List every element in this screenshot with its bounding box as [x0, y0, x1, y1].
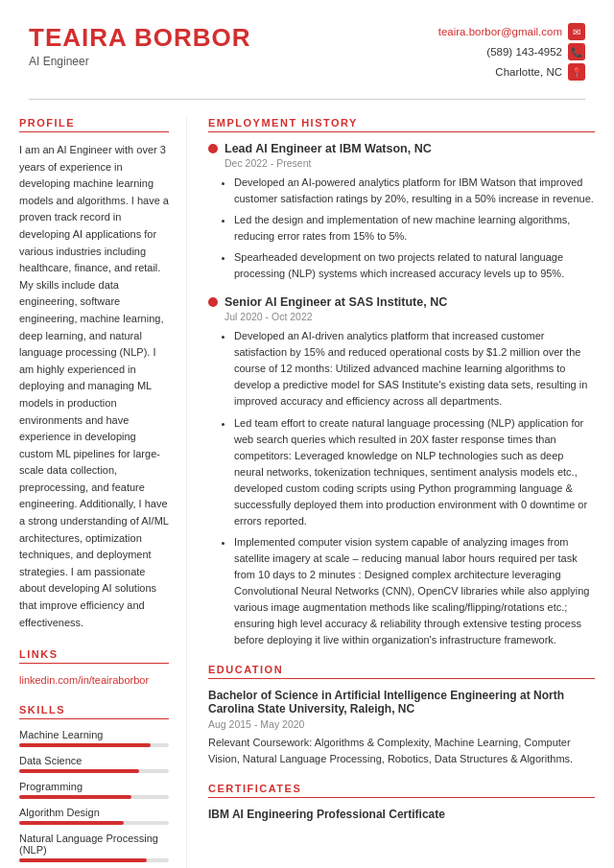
job-dates: Dec 2022 - Present: [224, 157, 595, 169]
right-column: EMPLOYMENT HISTORY Lead AI Engineer at I…: [187, 117, 614, 868]
skill-item: Natural Language Processing (NLP): [19, 833, 169, 862]
job-bullet: Implemented computer vision system capab…: [234, 534, 595, 648]
job-title-row: Lead AI Engineer at IBM Watson, NC: [208, 142, 595, 155]
job-entry: Lead AI Engineer at IBM Watson, NC Dec 2…: [208, 142, 595, 282]
certificates-section: CERTIFICATES IBM AI Engineering Professi…: [208, 783, 595, 821]
skill-bar-fill: [19, 795, 131, 799]
profile-section-title: PROFILE: [19, 117, 169, 132]
skill-item: Algorithm Design: [19, 807, 169, 825]
location-text: Charlotte, NC: [495, 66, 562, 78]
links-section-title: LINKS: [19, 648, 169, 664]
job-dot: [208, 297, 218, 307]
education-dates: Aug 2015 - May 2020: [208, 718, 595, 730]
job-title: Lead AI Engineer at IBM Watson, NC: [224, 142, 432, 155]
skill-bar-bg: [19, 821, 169, 825]
skill-name: Machine Learning: [19, 729, 169, 740]
resume-header: TEAIRA BORBOR AI Engineer teaira.borbor@…: [0, 0, 614, 99]
skill-name: Programming: [19, 781, 169, 792]
skills-section: SKILLS Machine Learning Data Science Pro…: [19, 704, 169, 868]
education-section: EDUCATION Bachelor of Science in Artific…: [208, 664, 595, 767]
linkedin-link[interactable]: linkedin.com/in/teairaborbor: [19, 674, 149, 686]
location-icon: 📍: [568, 63, 585, 81]
skill-bar-fill: [19, 769, 139, 773]
skill-bar-bg: [19, 743, 169, 747]
location-row: Charlotte, NC 📍: [438, 63, 585, 81]
job-bullets: Developed an AI-driven analytics platfor…: [224, 328, 595, 648]
job-dates: Jul 2020 - Oct 2022: [224, 311, 595, 322]
job-bullets: Developed an AI-powered analytics platfo…: [224, 175, 595, 282]
skill-bar-fill: [19, 821, 124, 825]
job-bullet: Led team effort to create natural langua…: [234, 415, 595, 529]
candidate-name: TEAIRA BORBOR: [29, 23, 251, 53]
skill-item: Data Science: [19, 755, 169, 773]
skill-name: Algorithm Design: [19, 807, 169, 818]
job-bullet: Developed an AI-powered analytics platfo…: [234, 175, 595, 207]
job-entry: Senior AI Engineer at SAS Institute, NC …: [208, 295, 595, 648]
job-bullet: Led the design and implementation of new…: [234, 212, 595, 245]
job-title-row: Senior AI Engineer at SAS Institute, NC: [208, 295, 595, 309]
skill-bar-fill: [19, 858, 147, 862]
certificates-section-title: CERTIFICATES: [208, 783, 595, 798]
skill-bar-fill: [19, 743, 151, 747]
job-dot: [208, 144, 218, 153]
education-courses: Relevant Coursework: Algorithms & Comple…: [208, 735, 595, 767]
education-section-title: EDUCATION: [208, 664, 595, 679]
phone-text: (589) 143-4952: [486, 46, 562, 58]
job-title: Senior AI Engineer at SAS Institute, NC: [224, 295, 447, 309]
skill-bar-bg: [19, 858, 169, 862]
job-bullet: Spearheaded development on two projects …: [234, 249, 595, 282]
job-bullet: Developed an AI-driven analytics platfor…: [234, 328, 595, 410]
email-link[interactable]: teaira.borbor@gmail.com: [438, 26, 562, 37]
skill-bar-bg: [19, 769, 169, 773]
main-content: PROFILE I am an AI Engineer with over 3 …: [0, 100, 614, 868]
skill-name: Natural Language Processing (NLP): [19, 833, 169, 856]
skill-name: Data Science: [19, 755, 169, 766]
email-row: teaira.borbor@gmail.com ✉: [438, 23, 585, 40]
candidate-title: AI Engineer: [29, 55, 251, 68]
skill-bar-bg: [19, 795, 169, 799]
education-degree: Bachelor of Science in Artificial Intell…: [208, 689, 595, 716]
employment-section-title: EMPLOYMENT HISTORY: [208, 117, 595, 132]
profile-text: I am an AI Engineer with over 3 years of…: [19, 142, 169, 631]
email-icon: ✉: [568, 23, 585, 40]
skill-item: Machine Learning: [19, 729, 169, 747]
cert-title: IBM AI Engineering Professional Certific…: [208, 808, 595, 821]
links-section: LINKS linkedin.com/in/teairaborbor: [19, 648, 169, 687]
phone-row: (589) 143-4952 📞: [438, 43, 585, 60]
skill-item: Programming: [19, 781, 169, 799]
employment-section: EMPLOYMENT HISTORY Lead AI Engineer at I…: [208, 117, 595, 648]
skills-section-title: SKILLS: [19, 704, 169, 719]
phone-icon: 📞: [568, 43, 585, 60]
left-column: PROFILE I am an AI Engineer with over 3 …: [0, 117, 187, 868]
